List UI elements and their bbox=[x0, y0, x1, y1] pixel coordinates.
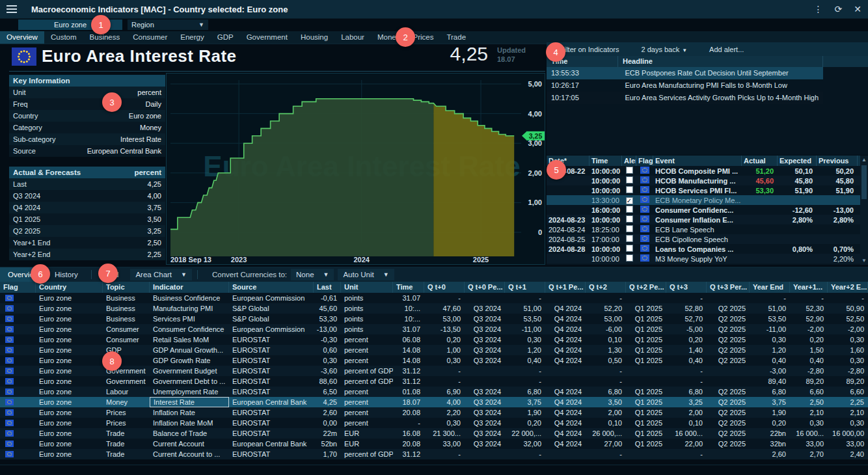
scrollbar-thumb[interactable] bbox=[861, 165, 867, 199]
table-row[interactable]: Euro zoneTradeBalance of TradeEUROSTAT22… bbox=[0, 428, 868, 439]
calendar-row[interactable]: 13:30:00✓ECB Monetary Policy Me... bbox=[547, 195, 860, 205]
calendar-row[interactable]: 10:00:00HCOB Manufacturing ...45,6045,80… bbox=[547, 176, 860, 185]
table-cell: Balance of Trade bbox=[150, 428, 229, 439]
calendar-row[interactable]: 2024-08-2810:00:00Loans to Companies ...… bbox=[547, 244, 860, 254]
scroll-up-icon[interactable]: ▲ bbox=[861, 157, 867, 163]
calendar-row[interactable]: 2024-08-2210:00:00HCOB Composite PMI ...… bbox=[547, 166, 860, 176]
table-cell: Q4 2024 bbox=[545, 345, 586, 355]
close-icon[interactable]: ✕ bbox=[854, 4, 861, 14]
hamburger-menu-icon[interactable] bbox=[7, 5, 17, 13]
news-range-dropdown[interactable]: 2 days back▼ bbox=[641, 46, 687, 53]
news-row[interactable]: 10:26:17Euro Area Manufacturing PMI Fall… bbox=[547, 79, 823, 92]
table-cell: Q3 2024 bbox=[465, 334, 505, 345]
add-alert-link[interactable]: Add alert... bbox=[709, 46, 744, 53]
table-cell: - bbox=[666, 366, 707, 376]
info-row: Sub-categoryInterest Rate bbox=[9, 133, 165, 145]
table-cell: 52,80 bbox=[666, 303, 707, 314]
region-dropdown[interactable]: Region ▼ bbox=[128, 20, 208, 30]
alert-checkbox[interactable] bbox=[626, 215, 633, 223]
tab-custom[interactable]: Custom bbox=[44, 31, 83, 44]
scroll-down-icon[interactable]: ▼ bbox=[861, 258, 867, 264]
alert-checkbox[interactable] bbox=[626, 186, 633, 193]
table-row[interactable]: Euro zoneGovernmentGovernment Debt to ..… bbox=[0, 376, 868, 387]
table-row[interactable]: Euro zoneGovernmentGovernment BudgetEURO… bbox=[0, 366, 868, 376]
currency-dropdown[interactable]: None▼ bbox=[291, 269, 334, 280]
news-time: 13:55:33 bbox=[547, 67, 620, 79]
table-cell: - bbox=[666, 376, 707, 387]
tab-trade[interactable]: Trade bbox=[440, 31, 472, 44]
table-cell: 2,10 bbox=[790, 407, 828, 418]
table-cell: 52,50 bbox=[828, 314, 868, 324]
table-cell: Q4 2024 bbox=[545, 397, 586, 407]
table-row[interactable]: Euro zoneMoneyInterest RateEuropean Cent… bbox=[0, 397, 868, 407]
calendar-row[interactable]: 16:00:00Consumer Confidenc...-12,60-13,0… bbox=[547, 205, 860, 215]
info-label: Sub-category bbox=[13, 135, 55, 143]
refresh-popout-icon[interactable]: ⟳ bbox=[835, 4, 843, 14]
table-cell: 2,00 bbox=[586, 407, 626, 418]
more-options-icon[interactable]: ⋮ bbox=[814, 4, 823, 14]
calendar-row[interactable]: 10:00:00M3 Money Supply YoY2,20% bbox=[547, 254, 860, 264]
table-cell: EUROSTAT bbox=[229, 366, 314, 376]
calendar-row[interactable]: 2024-08-2310:00:00Consumer Inflation E..… bbox=[547, 215, 860, 224]
table-row[interactable]: Euro zonePricesInflation Rate MoMEUROSTA… bbox=[0, 418, 868, 428]
table-cell: - bbox=[424, 293, 465, 303]
table-row[interactable]: Euro zoneBusinessServices PMIS&P Global5… bbox=[0, 314, 868, 324]
news-row[interactable]: 13:55:33ECB Postpones Rate Cut Decision … bbox=[547, 67, 823, 79]
alert-checkbox[interactable] bbox=[626, 245, 633, 252]
alert-checkbox[interactable] bbox=[626, 235, 633, 242]
calendar-row[interactable]: 2024-08-2418:25:00ECB Lane Speech bbox=[547, 224, 860, 234]
table-cell: 22,00 bbox=[666, 439, 707, 449]
tab-government[interactable]: Government bbox=[240, 31, 294, 44]
table-cell bbox=[707, 366, 750, 376]
eu-flag-icon bbox=[5, 368, 14, 374]
table-cell: 1,40 bbox=[666, 345, 707, 355]
table-cell: 33,00 bbox=[424, 439, 465, 449]
calendar-row[interactable]: 2024-08-2517:00:00ECB Cipollone Speech bbox=[547, 234, 860, 244]
table-cell: 0,20 bbox=[750, 418, 790, 428]
table-row[interactable]: Euro zoneLabourUnemployment RateEUROSTAT… bbox=[0, 387, 868, 397]
tab-consumer[interactable]: Consumer bbox=[126, 31, 174, 44]
news-row[interactable]: 10:17:05Euro Area Services Activity Grow… bbox=[547, 92, 823, 104]
table-cell: 20.08 bbox=[393, 407, 424, 418]
calendar-row[interactable]: 10:00:00HCOB Services PMI Fl...53,3051,9… bbox=[547, 185, 860, 195]
table-row[interactable]: Euro zoneConsumerRetail Sales MoMEUROSTA… bbox=[0, 334, 868, 345]
info-label: Source bbox=[13, 147, 36, 155]
unit-dropdown[interactable]: Auto Unit▼ bbox=[338, 269, 394, 280]
tab-energy[interactable]: Energy bbox=[174, 31, 210, 44]
table-cell: -5,00 bbox=[666, 324, 707, 334]
table-cell: 1,90 bbox=[750, 407, 790, 418]
tab-housing[interactable]: Housing bbox=[294, 31, 334, 44]
interest-rate-chart[interactable]: Euro Area Interest Rate5,004,003,002,001… bbox=[166, 73, 545, 265]
tab-overview[interactable]: Overview bbox=[0, 31, 44, 44]
table-cell: Business bbox=[103, 314, 150, 324]
table-row[interactable]: Euro zoneTradeCurrent Account to ...EURO… bbox=[0, 449, 868, 459]
table-cell: - bbox=[750, 293, 790, 303]
alert-checkbox[interactable] bbox=[626, 225, 633, 232]
table-row[interactable]: Euro zoneGDPGDP Growth RateEUROSTAT0,30p… bbox=[0, 355, 868, 366]
calendar-scrollbar[interactable]: ▲ ▼ bbox=[860, 156, 868, 265]
table-row[interactable]: Euro zoneBusinessManufacturing PMIS&P Gl… bbox=[0, 303, 868, 314]
table-cell: -3,60 bbox=[314, 366, 341, 376]
alert-checkbox[interactable] bbox=[626, 206, 633, 213]
alert-checkbox[interactable] bbox=[626, 254, 633, 262]
flag-cell bbox=[636, 206, 653, 214]
table-cell: percent bbox=[341, 387, 393, 397]
table-row[interactable]: Euro zonePricesInflation RateEUROSTAT2,6… bbox=[0, 407, 868, 418]
table-row[interactable]: Euro zoneConsumerConsumer ConfidenceEuro… bbox=[0, 324, 868, 334]
tab-history-bottom[interactable]: History bbox=[47, 267, 86, 282]
calendar-previous: 0,70% bbox=[817, 245, 858, 253]
eu-flag-icon bbox=[640, 225, 649, 232]
table-cell: Euro zone bbox=[36, 418, 103, 428]
table-row[interactable]: Euro zoneTradeCurrent AccountEuropean Ce… bbox=[0, 439, 868, 449]
table-row[interactable]: Euro zoneGDPGDP Annual Growth...EUROSTAT… bbox=[0, 345, 868, 355]
alert-checkbox[interactable] bbox=[626, 167, 633, 174]
table-cell: S&P Global bbox=[229, 303, 314, 314]
tab-gdp[interactable]: GDP bbox=[211, 31, 240, 44]
svg-text:0: 0 bbox=[538, 228, 542, 236]
alert-checkbox[interactable] bbox=[626, 176, 633, 183]
chart-type-dropdown[interactable]: Area Chart▼ bbox=[130, 269, 192, 280]
alert-checkbox[interactable]: ✓ bbox=[626, 197, 633, 204]
table-row[interactable]: Euro zoneBusinessBusiness ConfidenceEuro… bbox=[0, 293, 868, 303]
table-cell: Services PMI bbox=[150, 314, 229, 324]
tab-labour[interactable]: Labour bbox=[334, 31, 371, 44]
